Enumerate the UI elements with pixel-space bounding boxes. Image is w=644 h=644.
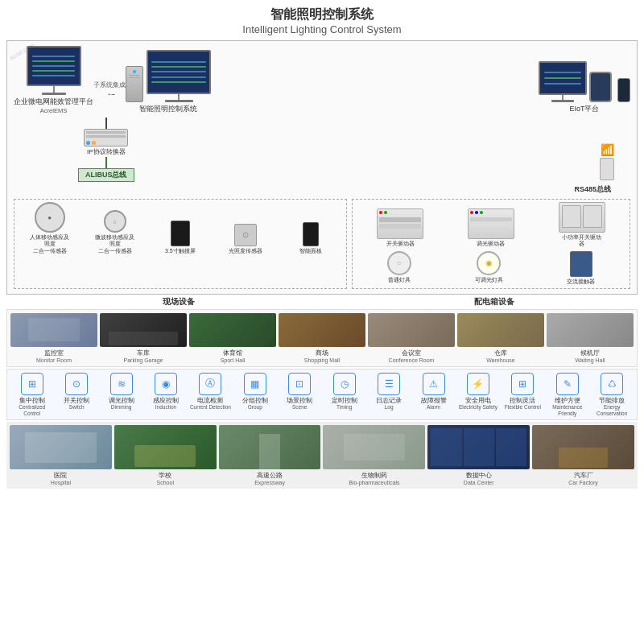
expressway-photo [219, 425, 321, 469]
maintenance-en: Maintenance Friendly [546, 404, 588, 417]
dimmable-lamp: ◉ 可调光灯具 [475, 251, 503, 286]
scene-carfactory: 汽车厂 Car Factory [532, 425, 634, 485]
light-sensor-shape: ⊙ [234, 224, 257, 246]
sport-en: Sport Hall [221, 357, 246, 363]
dimming-zh: 调光控制 [109, 397, 134, 404]
warehouse-photo [457, 313, 544, 347]
switch-en: Switch [69, 404, 85, 411]
timing-en: Timing [336, 404, 352, 411]
datacenter-en: Data Center [464, 480, 494, 485]
expressway-en: Expressway [254, 480, 285, 485]
feature-centralized: ⊞ 集中控制 CentralizedControl [10, 373, 53, 417]
flexible-zh: 控制灵活 [510, 397, 535, 404]
acrelems-screen [27, 46, 81, 86]
smart-panel: 智能面板 [289, 222, 333, 254]
scene-datacenter: 数据中心 Data Center [427, 425, 530, 485]
flexible-icon: ⊞ [511, 373, 534, 395]
group-zh: 分组控制 [242, 397, 268, 404]
monitor-room-photo [10, 313, 97, 347]
energy-icon: ♺ [601, 373, 623, 395]
elot-group [539, 61, 630, 102]
hospital-zh: 医院 [54, 471, 67, 480]
human-sensor-label: 人体移动感应及照度二合一传感器 [27, 234, 72, 254]
system-diagram: 企业微电网能效管理平台 AcrelEMS 子系统集成 ← - - [6, 40, 638, 295]
flexible-en: Flexible Control [505, 404, 541, 411]
feature-scene: ⊡ 场景控制 Scene [279, 373, 321, 417]
dimmable-lamp-shape: ◉ [477, 251, 501, 275]
parking-en: Parking Garage [123, 357, 163, 363]
scene-bio: 生物制药 Bio-pharmaceuticals [323, 425, 425, 485]
conference-photo [368, 313, 455, 347]
sensors-section: ● 人体移动感应及照度二合一传感器 ○ 微波移动感应及照度二合一传感器 [14, 199, 347, 289]
current-en: Current Detection [190, 404, 231, 411]
lowpower-driver-label: 小功率开关驱动器 [559, 234, 604, 248]
pc-tower [126, 66, 143, 102]
ip-box [84, 129, 128, 147]
acrelems-label-en: AcrelEMS [40, 107, 67, 114]
dimming-driver-shape [468, 208, 514, 239]
screen-stand-h [42, 93, 66, 95]
lighting-stand-h [165, 100, 193, 102]
waiting-photo [547, 313, 634, 347]
switch-driver-shape [377, 208, 423, 239]
line-to-ip [105, 118, 107, 129]
section-labels-row: 现场设备 配电箱设备 [6, 296, 638, 308]
scene-en: Scene [292, 404, 307, 411]
school-en: School [157, 480, 174, 485]
feature-maintenance: ✎ 维护方便 Maintenance Friendly [546, 373, 588, 417]
log-zh: 日志记录 [376, 397, 402, 404]
feature-timing: ◷ 定时控制 Timing [323, 373, 365, 417]
conference-en: Conference Room [389, 357, 435, 363]
drivers-row: 开关驱动器 调光驱动器 [355, 202, 627, 248]
mall-en: Shopping Mall [304, 357, 340, 363]
lighting-label-zh: 智能照明控制系统 [139, 104, 197, 114]
subsystem-label: 子系统集成 [93, 80, 126, 89]
elot-screen [539, 61, 587, 95]
wifi-icon: 📶 [601, 143, 614, 156]
lamp-row: ○ 普通灯具 ◉ 可调光灯具 交流接触器 [355, 251, 627, 286]
induction-icon: ◉ [155, 373, 177, 395]
feature-energy: ♺ 节能排放 Energy Conservation [590, 373, 633, 417]
venue-monitor-room: 监控室 Monitor Room [10, 313, 97, 363]
microwave-sensor-shape: ○ [104, 210, 126, 233]
venue-parking: 车库 Parking Garage [100, 313, 187, 363]
scene-school: 学校 School [114, 425, 217, 485]
driver-switch: 开关驱动器 [378, 208, 423, 247]
hospital-photo [10, 425, 112, 469]
log-en: Log [385, 404, 394, 411]
wifi-device: 📶 [600, 142, 614, 180]
warehouse-zh: 仓库 [494, 349, 507, 357]
feature-group: ▦ 分组控制 Group [233, 373, 276, 417]
ip-label: IP协议转换器 [87, 147, 126, 156]
feature-flexible: ⊞ 控制灵活 Flexible Control [502, 373, 544, 417]
mall-zh: 商场 [316, 349, 328, 357]
title-section: 智能照明控制系统 Intelligent Lighting Control Sy… [0, 0, 644, 39]
parking-photo [100, 313, 187, 347]
acrelems-label-zh: 企业微电网能效管理平台 [14, 97, 93, 107]
alarm-zh: 故障报警 [421, 397, 447, 404]
contactor: 交流接触器 [567, 251, 595, 286]
human-sensor-shape: ● [35, 202, 65, 233]
sport-zh: 体育馆 [223, 349, 242, 357]
parking-zh: 车库 [137, 349, 150, 357]
light-sensor: ⊙ 光照度传感器 [224, 224, 268, 254]
expressway-zh: 高速公路 [257, 471, 283, 480]
switch-zh: 开关控制 [64, 397, 89, 404]
current-icon: Ⓐ [199, 373, 221, 395]
drivers-section: 开关驱动器 调光驱动器 [352, 199, 630, 289]
ip-converter-group: IP协议转换器 ALIBUS总线 [78, 118, 134, 182]
monitor-room-en: Monitor Room [36, 357, 72, 363]
venue-conference: 会议室 Conference Room [368, 313, 455, 363]
switch-icon: ⊙ [65, 373, 88, 395]
switch-driver-label: 开关驱动器 [386, 241, 415, 247]
normal-lamp-shape: ○ [387, 251, 411, 275]
elot-label-zh: EIoT平台 [569, 104, 599, 114]
smart-panel-shape [303, 222, 319, 246]
waiting-zh: 候机厅 [580, 349, 600, 357]
dimming-en: Dimming [111, 404, 132, 411]
sport-photo [189, 313, 276, 347]
timing-icon: ◷ [333, 373, 356, 395]
datacenter-photo [427, 425, 530, 469]
centralized-zh: 集中控制 [19, 397, 45, 404]
power-box-label: 配电箱设备 [351, 296, 638, 308]
